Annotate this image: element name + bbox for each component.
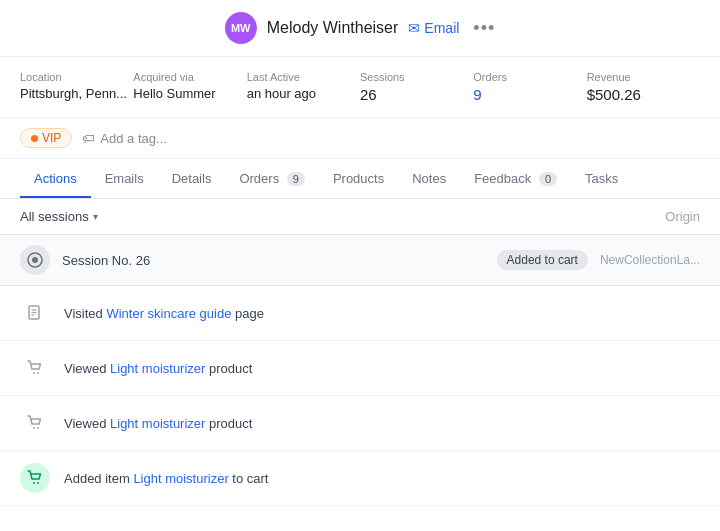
tab-actions-label: Actions <box>34 171 77 186</box>
meta-row: Location Pittsburgh, Penn... Acquired vi… <box>0 57 720 118</box>
meta-label-acquired: Acquired via <box>133 71 246 83</box>
meta-label-last-active: Last Active <box>247 71 360 83</box>
orders-badge: 9 <box>287 172 305 186</box>
tab-emails[interactable]: Emails <box>91 159 158 198</box>
meta-value-orders: 9 <box>473 86 586 103</box>
svg-point-1 <box>32 257 38 263</box>
chevron-down-icon: ▾ <box>93 211 98 222</box>
tab-orders[interactable]: Orders 9 <box>225 159 318 198</box>
activity-added-cart-text: Added item Light moisturizer to cart <box>64 471 269 486</box>
activity-viewed-2-text: Viewed Light moisturizer product <box>64 416 252 431</box>
add-to-cart-icon <box>20 463 50 493</box>
tab-actions[interactable]: Actions <box>20 159 91 198</box>
add-tag-button[interactable]: 🏷 Add a tag... <box>82 131 167 146</box>
meta-last-active: Last Active an hour ago <box>247 71 360 101</box>
svg-point-10 <box>33 482 35 484</box>
meta-acquired: Acquired via Hello Summer <box>133 71 246 101</box>
activity-list: Session No. 26 Added to cart NewCollecti… <box>0 235 720 506</box>
tab-notes-label: Notes <box>412 171 446 186</box>
profile-header: MW Melody Wintheiser ✉ Email ••• <box>0 0 720 57</box>
document-icon <box>20 298 50 328</box>
tab-orders-label: Orders <box>239 171 279 186</box>
meta-label-orders: Orders <box>473 71 586 83</box>
activity-viewed-2: Viewed Light moisturizer product <box>0 396 720 451</box>
tab-emails-label: Emails <box>105 171 144 186</box>
tab-tasks-label: Tasks <box>585 171 618 186</box>
tab-details-label: Details <box>172 171 212 186</box>
activity-viewed-1-text: Viewed Light moisturizer product <box>64 361 252 376</box>
light-moisturizer-link-3[interactable]: Light moisturizer <box>133 471 228 486</box>
activity-viewed-1: Viewed Light moisturizer product <box>0 341 720 396</box>
tags-row: VIP 🏷 Add a tag... <box>0 118 720 159</box>
sessions-filter-label: All sessions <box>20 209 89 224</box>
meta-value-acquired: Hello Summer <box>133 86 246 101</box>
session-header: Session No. 26 Added to cart NewCollecti… <box>0 235 720 286</box>
tab-tasks[interactable]: Tasks <box>571 159 632 198</box>
meta-label-revenue: Revenue <box>587 71 700 83</box>
session-origin: NewCollectionLa... <box>600 253 700 267</box>
vip-dot <box>31 135 38 142</box>
tag-icon: 🏷 <box>82 131 95 146</box>
cart-icon-1 <box>20 353 50 383</box>
meta-location: Location Pittsburgh, Penn... <box>20 71 133 101</box>
activity-visited-text: Visited Winter skincare guide page <box>64 306 264 321</box>
more-button[interactable]: ••• <box>473 18 495 39</box>
meta-value-revenue: $500.26 <box>587 86 700 103</box>
meta-orders: Orders 9 <box>473 71 586 103</box>
sessions-toolbar: All sessions ▾ Origin <box>0 199 720 235</box>
svg-point-11 <box>37 482 39 484</box>
meta-label-sessions: Sessions <box>360 71 473 83</box>
tab-feedback-label: Feedback <box>474 171 531 186</box>
email-button[interactable]: ✉ Email <box>408 20 459 36</box>
session-icon <box>20 245 50 275</box>
vip-label: VIP <box>42 131 61 145</box>
tabs-row: Actions Emails Details Orders 9 Products… <box>0 159 720 199</box>
session-title: Session No. 26 <box>62 253 477 268</box>
tab-feedback[interactable]: Feedback 0 <box>460 159 571 198</box>
meta-sessions: Sessions 26 <box>360 71 473 103</box>
add-tag-label: Add a tag... <box>100 131 167 146</box>
vip-tag: VIP <box>20 128 72 148</box>
light-moisturizer-link-1[interactable]: Light moisturizer <box>110 361 205 376</box>
tab-details[interactable]: Details <box>158 159 226 198</box>
sessions-origin-label: Origin <box>665 209 700 224</box>
email-icon: ✉ <box>408 20 420 36</box>
winter-guide-link[interactable]: Winter skincare guide <box>106 306 231 321</box>
svg-point-7 <box>37 372 39 374</box>
meta-label-location: Location <box>20 71 133 83</box>
feedback-badge: 0 <box>539 172 557 186</box>
svg-point-8 <box>33 427 35 429</box>
svg-point-9 <box>37 427 39 429</box>
activity-added-cart: Added item Light moisturizer to cart <box>0 451 720 506</box>
cart-icon-2 <box>20 408 50 438</box>
profile-name: Melody Wintheiser <box>267 19 399 37</box>
svg-point-6 <box>33 372 35 374</box>
meta-value-sessions: 26 <box>360 86 473 103</box>
light-moisturizer-link-2[interactable]: Light moisturizer <box>110 416 205 431</box>
session-badge: Added to cart <box>497 250 588 270</box>
meta-value-location: Pittsburgh, Penn... <box>20 86 133 101</box>
sessions-filter[interactable]: All sessions ▾ <box>20 209 98 224</box>
tab-products[interactable]: Products <box>319 159 398 198</box>
avatar: MW <box>225 12 257 44</box>
meta-value-last-active: an hour ago <box>247 86 360 101</box>
activity-visited: Visited Winter skincare guide page <box>0 286 720 341</box>
tab-products-label: Products <box>333 171 384 186</box>
email-label: Email <box>424 20 459 36</box>
meta-revenue: Revenue $500.26 <box>587 71 700 103</box>
tab-notes[interactable]: Notes <box>398 159 460 198</box>
